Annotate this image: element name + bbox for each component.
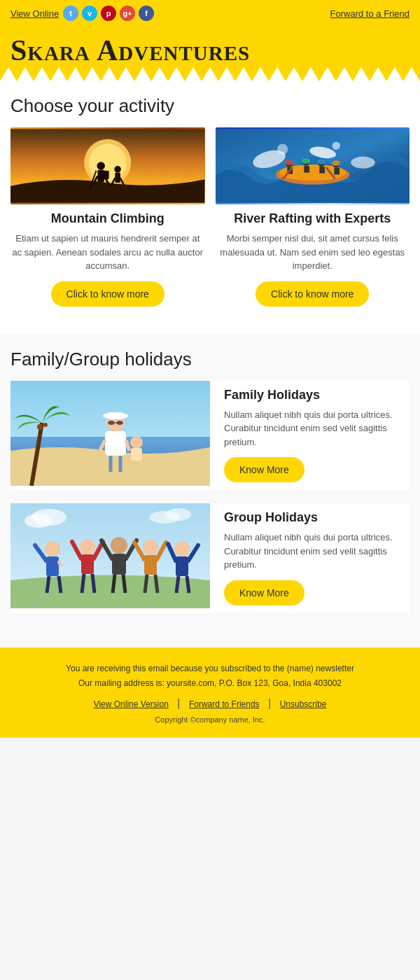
svg-line-87 [59,561,61,566]
climbing-title: Mountain Climbing [10,211,205,226]
svg-point-60 [302,158,309,164]
svg-rect-85 [46,556,59,576]
svg-point-84 [45,541,60,556]
activities-section: Choose your activity [0,81,420,335]
svg-point-80 [108,421,115,425]
footer-forward-link[interactable]: Forward to Friends [189,699,260,709]
twitter-icon[interactable]: t [63,6,78,21]
view-online-link[interactable]: View Online [10,8,59,19]
svg-rect-109 [176,556,188,576]
svg-point-96 [111,537,127,554]
footer-view-online-link[interactable]: View Online Version [94,699,169,709]
svg-point-46 [332,142,340,150]
gplus-icon[interactable]: g+ [120,6,135,21]
footer-links: View Online Version | Forward to Friends… [10,697,410,710]
brand-title: Skara Adventures [10,34,410,67]
group-desc: Nullam aliquet nibh quis dui porta ultri… [224,531,406,572]
footer-copyright: Copyright ©company name, Inc. [10,715,410,724]
svg-point-108 [174,541,190,556]
footer: You are receiving this email because you… [0,648,420,738]
svg-point-37 [114,166,121,173]
svg-line-89 [59,576,61,593]
rafting-image [216,127,410,204]
activity-card-climbing: Mountain Climbing Etiam ut sapien ut mau… [10,127,205,307]
svg-rect-54 [319,167,325,174]
family-desc: Nullam aliquet nibh quis dui porta ultri… [224,408,406,449]
footer-line2: Our mailing address is: yoursite.com, P.… [78,678,342,688]
family-holidays-row: Family Holidays Nullam aliquet nibh quis… [10,381,410,490]
svg-rect-69 [105,431,126,456]
svg-rect-103 [144,555,157,575]
facebook-icon[interactable]: f [139,6,154,21]
svg-rect-56 [334,168,340,175]
svg-line-101 [123,575,125,593]
pinterest-icon[interactable]: p [101,6,116,21]
svg-point-115 [31,509,66,526]
svg-point-31 [97,162,104,169]
footer-line1: You are receiving this email because you… [66,664,354,673]
svg-line-106 [145,575,147,593]
group-image [10,503,210,608]
svg-point-61 [317,159,325,164]
svg-point-117 [166,508,191,521]
rafting-title: River Rafting with Experts [216,211,410,226]
group-cta-button[interactable]: Know More [224,580,304,606]
zigzag-divider [0,67,420,81]
svg-line-107 [155,575,158,593]
climbing-image [10,127,205,204]
footer-sep1: | [177,697,180,709]
svg-line-112 [176,576,178,593]
svg-point-59 [285,160,293,165]
svg-line-113 [187,576,189,593]
rafting-cta-button[interactable]: Click to know more [255,281,369,307]
top-bar-left: View Online t v p g+ f [10,6,154,21]
climbing-cta-button[interactable]: Click to know more [51,281,164,307]
svg-point-62 [332,160,340,166]
svg-point-76 [130,436,143,449]
svg-rect-91 [81,554,94,574]
svg-point-44 [351,157,374,169]
activity-grid: Mountain Climbing Etiam ut sapien ut mau… [10,127,410,307]
family-holiday-content: Family Holidays Nullam aliquet nibh quis… [220,381,410,490]
svg-point-66 [37,424,43,430]
footer-sep2: | [268,697,271,709]
vimeo-icon[interactable]: v [82,6,97,21]
brand-header: Skara Adventures [0,27,420,67]
holidays-title: Family/Group holidays [10,349,410,370]
svg-point-45 [277,144,288,154]
svg-rect-97 [112,554,126,575]
family-illustration [10,381,210,486]
svg-rect-38 [115,173,120,183]
footer-text: You are receiving this email because you… [10,662,410,692]
group-title: Group Holidays [224,510,406,525]
svg-line-100 [113,575,115,593]
social-icons: t v p g+ f [63,6,154,21]
activities-title: Choose your activity [10,95,410,117]
svg-point-90 [80,539,95,554]
holidays-section: Family/Group holidays [0,335,420,648]
climbing-illustration [10,127,205,204]
group-holiday-content: Group Holidays Nullam aliquet nibh quis … [220,503,410,612]
svg-line-94 [82,574,84,593]
rafting-illustration [216,127,410,204]
group-illustration [10,503,210,608]
forward-link[interactable]: Forward to a Friend [330,8,410,19]
rafting-desc: Morbi semper nisl dui, sit amet cursus f… [216,232,410,273]
svg-rect-52 [304,166,309,173]
group-holidays-row: Group Holidays Nullam aliquet nibh quis … [10,503,410,612]
climbing-desc: Etiam ut sapien ut mauris hendrerit semp… [10,232,205,273]
top-bar: View Online t v p g+ f Forward to a Frie… [0,0,420,27]
footer-unsubscribe-link[interactable]: Unsubscribe [280,699,327,709]
family-cta-button[interactable]: Know More [224,457,304,482]
svg-point-102 [143,540,158,555]
activity-card-rafting: River Rafting with Experts Morbi semper … [216,127,410,307]
family-image [10,381,210,486]
svg-rect-77 [131,448,142,461]
svg-rect-71 [108,412,122,419]
family-title: Family Holidays [224,388,406,402]
svg-point-81 [116,421,123,425]
svg-line-95 [92,574,94,593]
svg-line-88 [47,576,49,593]
svg-point-67 [43,423,48,427]
